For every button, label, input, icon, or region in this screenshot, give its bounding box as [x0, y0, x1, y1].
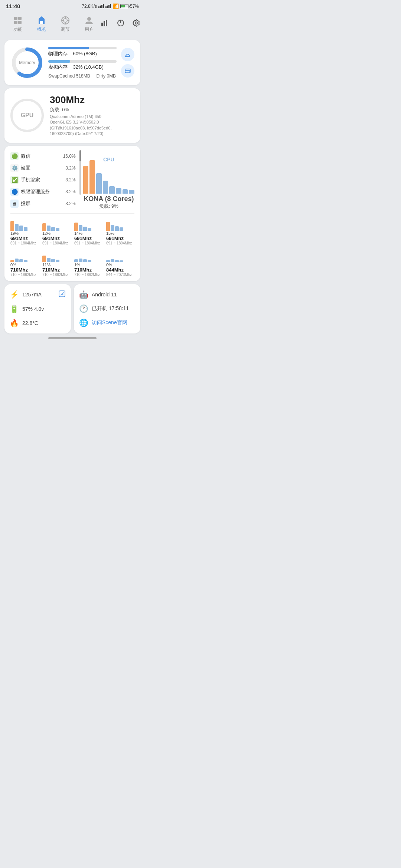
core-range: 691 ~ 1804Mhz: [74, 241, 100, 245]
core-pct: 19%: [10, 231, 19, 236]
svg-point-6: [63, 19, 67, 22]
tab-overview[interactable]: 概览: [30, 14, 53, 34]
power-icon[interactable]: [117, 19, 125, 29]
link-text: 访问Scene官网: [92, 319, 127, 326]
core-freq: 844Mhz: [106, 267, 124, 273]
core-bar: [88, 228, 91, 231]
tab-adjust[interactable]: 调节: [53, 14, 77, 34]
core-bar: [115, 226, 119, 231]
core-bar: [88, 260, 91, 262]
core-pct: 0%: [106, 263, 112, 267]
cpu-chip-name: KONA (8 Cores): [84, 195, 134, 203]
battery-percent: 57%: [130, 4, 139, 9]
core-pct: 1%: [74, 263, 80, 267]
core-pct: 14%: [74, 231, 82, 236]
core-bar: [79, 259, 82, 262]
core-range: 691 ~ 1804Mhz: [10, 241, 36, 245]
features-icon: [13, 15, 23, 26]
core-bar: [83, 227, 87, 231]
core-range: 691 ~ 1804Mhz: [42, 241, 68, 245]
core-freq: 691Mhz: [106, 236, 124, 241]
user-icon: [84, 15, 94, 26]
list-item: 🟢 微信 16.0%: [10, 150, 76, 162]
core-bar: [111, 225, 114, 231]
tab-adjust-label: 调节: [61, 26, 70, 33]
status-time: 11:40: [6, 3, 20, 9]
core-freq: 691Mhz: [42, 236, 60, 241]
edit-icon[interactable]: [58, 290, 66, 299]
core-bars: [42, 249, 71, 262]
core-bar: [56, 228, 59, 231]
battery-info-icon: 🔋: [10, 305, 19, 313]
core-bars: [106, 217, 134, 231]
gpu-desc: Qualcomm Adreno (TM) 650OpenGL ES 3.2 V@…: [50, 114, 134, 137]
core-item: 19%691Mhz691 ~ 1804Mhz: [10, 217, 39, 245]
cpu-bar: [123, 189, 128, 194]
temp-item: 🔥 22.8°C: [10, 319, 66, 328]
tab-user-label: 用户: [85, 26, 94, 33]
core-bar: [19, 259, 23, 262]
core-bars: [10, 249, 39, 262]
tab-user[interactable]: 用户: [77, 14, 101, 34]
battery-icon: [120, 4, 128, 8]
nav-left: 功能 概览 调节: [6, 14, 101, 34]
core-bar: [19, 226, 23, 231]
core-freq: 710Mhz: [74, 267, 92, 273]
core-range: 710 ~ 1862Mhz: [10, 273, 36, 277]
settings-icon[interactable]: [132, 19, 140, 29]
gpu-circle: GPU: [10, 99, 44, 132]
core-item: 0%710Mhz710 ~ 1862Mhz: [10, 249, 39, 277]
storage-button[interactable]: [121, 64, 134, 78]
cpu-bar: [103, 181, 108, 194]
tab-features[interactable]: 功能: [6, 14, 30, 34]
core-bar: [47, 226, 50, 231]
core-bar: [79, 225, 82, 231]
cpu-chart-section: CPU KONA (8 Cores) 负载: 9%: [79, 150, 134, 210]
svg-rect-3: [18, 21, 22, 24]
gpu-card: GPU 300Mhz 负载: 0% Qualcomm Adreno (TM) 6…: [4, 88, 140, 143]
core-item: 12%691Mhz691 ~ 1804Mhz: [42, 217, 71, 245]
core-freq: 691Mhz: [74, 236, 92, 241]
memory-actions: [121, 48, 134, 78]
os-item: 🤖 Android 11: [79, 290, 135, 299]
temp-value: 22.8°C: [22, 320, 38, 326]
virtual-memory-label: 虚拟内存 32% (10.4GB): [48, 64, 104, 70]
svg-line-25: [61, 292, 63, 295]
chart-icon[interactable]: [101, 19, 109, 29]
signal-bars-1: [98, 4, 104, 8]
app-icon-manager: ✅: [10, 176, 19, 184]
gpu-freq: 300Mhz: [50, 94, 134, 106]
svg-point-22: [129, 72, 130, 73]
svg-rect-2: [14, 21, 17, 24]
svg-line-26: [62, 294, 63, 295]
core-pct: 15%: [106, 231, 114, 236]
cpu-bar: [129, 190, 134, 194]
clean-memory-button[interactable]: [121, 48, 134, 61]
core-item: 1%710Mhz710 ~ 1862Mhz: [74, 249, 102, 277]
core-range: 844 ~ 2073Mhz: [106, 273, 132, 277]
core-bars: [106, 249, 134, 262]
core-bar: [56, 260, 59, 262]
cpu-bar: [89, 160, 95, 194]
core-item: 14%691Mhz691 ~ 1804Mhz: [74, 217, 102, 245]
current-item: ⚡ 1257mA: [10, 290, 66, 299]
core-grid: 19%691Mhz691 ~ 1804Mhz12%691Mhz691 ~ 180…: [10, 217, 134, 277]
cpu-load: 负载: 9%: [99, 203, 118, 210]
list-item: 🔵 权限管理服务 3.2%: [10, 186, 76, 198]
link-item[interactable]: 🌐 访问Scene官网: [79, 318, 135, 327]
battery-item: 🔋 57% 4.0v: [10, 305, 66, 313]
uptime-item: 🕐 已开机 17:58:11: [79, 304, 135, 313]
scrollbar: [79, 150, 81, 195]
cpu-bar: [116, 188, 121, 194]
svg-point-17: [135, 22, 137, 24]
core-bar: [83, 259, 87, 262]
core-pct: 0%: [10, 263, 16, 267]
svg-rect-14: [106, 20, 107, 26]
divider: [10, 213, 134, 214]
core-freq: 710Mhz: [10, 267, 28, 273]
core-item: 0%844Mhz844 ~ 2073Mhz: [106, 249, 134, 277]
core-bar: [51, 227, 55, 231]
core-range: 691 ~ 1804Mhz: [106, 241, 132, 245]
temp-icon: 🔥: [10, 319, 19, 328]
core-bar: [74, 259, 78, 262]
